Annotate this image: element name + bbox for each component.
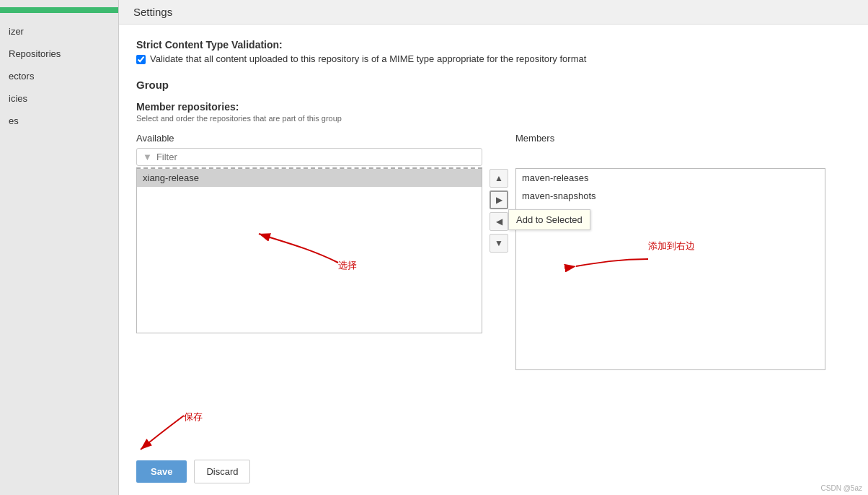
move-up-button[interactable]: ▲ [490, 169, 508, 188]
strict-content-row: Validate that all content uploaded to th… [136, 53, 851, 64]
content-area: Strict Content Type Validation: Validate… [119, 25, 868, 448]
bottom-actions: Save Discard 保存 [119, 448, 868, 495]
add-to-selected-tooltip: Add to Selected [508, 209, 590, 230]
sidebar-item-es[interactable]: es [0, 110, 118, 132]
available-section: Available ▼ xiang-release [136, 133, 482, 333]
sidebar-item-icies[interactable]: icies [0, 87, 118, 110]
main-content: Settings Strict Content Type Validation:… [119, 0, 868, 495]
strict-content-title: Strict Content Type Validation: [136, 39, 851, 51]
add-to-selected-button[interactable]: ▶ [490, 190, 508, 209]
member-item-maven-snapshots[interactable]: maven-snapshots [516, 187, 825, 205]
page-header: Settings [119, 0, 868, 25]
available-item-xiang-release[interactable]: xiang-release [137, 169, 482, 187]
available-list[interactable]: xiang-release [136, 167, 482, 333]
members-section: Members maven-releases maven-snapshots m… [515, 133, 825, 370]
filter-input[interactable] [156, 152, 476, 162]
move-down-icon: ▼ [495, 238, 503, 248]
member-item-maven-releases[interactable]: maven-releases [516, 169, 825, 187]
watermark: CSDN @5az [821, 484, 862, 492]
members-list[interactable]: maven-releases maven-snapshots maven-cen… [515, 168, 825, 370]
sidebar-item-repositories[interactable]: Repositories [0, 43, 118, 65]
repos-layout: Available ▼ xiang-release ▲ ▶ [136, 133, 851, 370]
sidebar: izer Repositories ectors icies es [0, 0, 119, 495]
move-up-icon: ▲ [495, 173, 503, 183]
add-right-icon: ▶ [496, 195, 502, 205]
available-label: Available [136, 133, 482, 144]
member-repos-title: Member repositories: [136, 101, 851, 113]
save-button[interactable]: Save [136, 460, 187, 483]
sidebar-item-izer[interactable]: izer [0, 20, 118, 43]
tooltip-text: Add to Selected [516, 214, 583, 225]
remove-from-selected-button[interactable]: ◀ [490, 212, 508, 231]
group-label: Group [136, 79, 851, 91]
sidebar-top-bar [0, 7, 118, 13]
sidebar-item-ectors[interactable]: ectors [0, 65, 118, 87]
member-repos-subtitle: Select and order the repositories that a… [136, 114, 851, 123]
repos-wrapper: Available ▼ xiang-release ▲ ▶ [136, 133, 851, 370]
members-label: Members [515, 133, 825, 144]
remove-left-icon: ◀ [496, 216, 502, 227]
strict-content-checkbox[interactable] [136, 55, 146, 64]
move-down-button[interactable]: ▼ [490, 234, 508, 253]
filter-icon: ▼ [143, 152, 152, 162]
discard-button[interactable]: Discard [194, 460, 250, 483]
filter-box[interactable]: ▼ [136, 148, 482, 166]
page-title: Settings [133, 6, 172, 18]
strict-content-description: Validate that all content uploaded to th… [150, 53, 586, 64]
controls-column: ▲ ▶ ◀ ▼ Add to Selected [482, 169, 515, 253]
